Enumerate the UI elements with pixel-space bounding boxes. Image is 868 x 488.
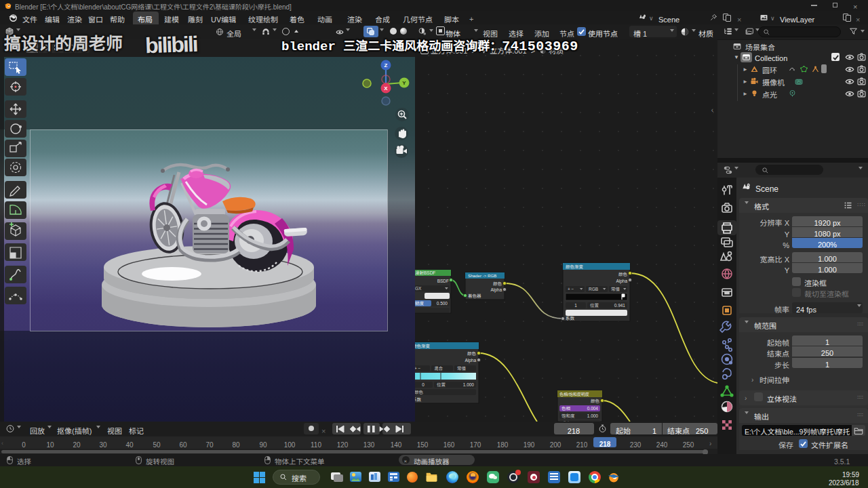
svg-text:Alpha: Alpha bbox=[490, 286, 502, 293]
svg-text:1.000: 1.000 bbox=[463, 381, 475, 388]
svg-text:+ −: + − bbox=[415, 365, 421, 371]
svg-text:系数: 系数 bbox=[415, 396, 422, 403]
svg-text:X: X bbox=[384, 84, 388, 92]
svg-text:1: 1 bbox=[574, 302, 577, 308]
svg-text:混合: 混合 bbox=[434, 365, 443, 371]
svg-text:颜色: 颜色 bbox=[467, 350, 477, 357]
svg-text:Alpha: Alpha bbox=[465, 357, 476, 363]
svg-text:GX: GX bbox=[415, 285, 422, 291]
svg-text:系数: 系数 bbox=[566, 314, 575, 321]
svg-text:颜色: 颜色 bbox=[591, 397, 600, 404]
svg-text:位置: 位置 bbox=[590, 302, 599, 308]
svg-text:0.941: 0.941 bbox=[614, 302, 626, 308]
svg-text:颜色渐变: 颜色渐变 bbox=[566, 263, 584, 270]
svg-text:RGB: RGB bbox=[589, 285, 598, 292]
svg-text:色相: 色相 bbox=[561, 405, 571, 411]
svg-text:Alpha: Alpha bbox=[616, 277, 627, 284]
svg-text:Z: Z bbox=[384, 61, 388, 68]
svg-text:色相/饱和度明度: 色相/饱和度明度 bbox=[559, 391, 589, 397]
svg-text:+ −: + − bbox=[568, 285, 574, 292]
svg-text:颜色: 颜色 bbox=[415, 388, 424, 395]
svg-text:糙度: 糙度 bbox=[415, 300, 425, 306]
svg-text:BSDF: BSDF bbox=[437, 277, 449, 284]
svg-text:漫射BSDF: 漫射BSDF bbox=[415, 269, 435, 276]
svg-text:0.500: 0.500 bbox=[437, 300, 448, 306]
svg-text:0.004: 0.004 bbox=[587, 405, 599, 411]
svg-text:常值: 常值 bbox=[611, 285, 620, 292]
svg-text:‹: ‹ bbox=[711, 104, 713, 115]
svg-text:颜色: 颜色 bbox=[618, 270, 628, 277]
svg-text:常值: 常值 bbox=[457, 365, 467, 371]
svg-text:Y: Y bbox=[402, 79, 406, 86]
svg-text:1.000: 1.000 bbox=[587, 412, 599, 419]
svg-text:饱和度: 饱和度 bbox=[561, 412, 575, 419]
svg-text:着色器: 着色器 bbox=[468, 292, 481, 299]
svg-text:位置: 位置 bbox=[437, 381, 446, 388]
svg-text:Shader -> RGB: Shader -> RGB bbox=[468, 272, 496, 279]
svg-text:颜色渐变: 颜色渐变 bbox=[415, 342, 431, 349]
svg-text:0: 0 bbox=[422, 381, 425, 388]
